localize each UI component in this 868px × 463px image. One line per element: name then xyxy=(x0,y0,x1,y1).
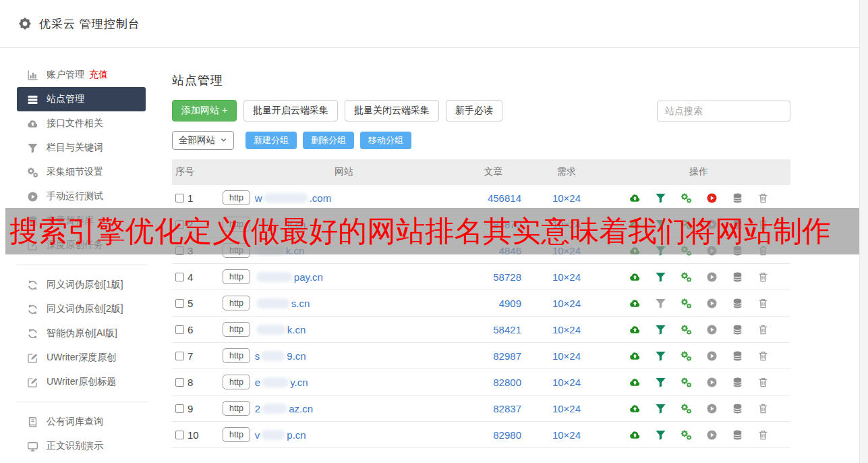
row-checkbox[interactable] xyxy=(175,273,184,281)
trash-icon[interactable] xyxy=(757,271,769,283)
sidebar-item[interactable]: 正文识别演示 xyxy=(17,434,146,458)
cloud-upload-icon[interactable] xyxy=(629,429,641,441)
demand-value[interactable]: 10×24 xyxy=(526,403,607,414)
demand-value[interactable]: 10×24 xyxy=(526,192,607,204)
row-checkbox[interactable] xyxy=(175,299,184,308)
sidebar-item[interactable]: 采集细节设置 xyxy=(17,160,146,184)
sidebar-item[interactable]: 账户管理充值 xyxy=(17,63,146,87)
cloud-upload-icon[interactable] xyxy=(629,271,641,283)
gears-icon[interactable] xyxy=(681,271,692,283)
database-icon[interactable] xyxy=(732,429,743,441)
database-icon[interactable] xyxy=(732,403,743,414)
article-count[interactable]: 4909 xyxy=(465,298,526,309)
batch-close-button[interactable]: 批量关闭云端采集 xyxy=(345,100,439,121)
http-badge[interactable]: http xyxy=(223,375,250,390)
demand-value[interactable]: 10×24 xyxy=(526,271,607,283)
filter-icon[interactable] xyxy=(655,377,666,388)
demand-value[interactable]: 10×24 xyxy=(526,350,607,362)
batch-open-button[interactable]: 批量开启云端采集 xyxy=(243,100,338,121)
group-select[interactable]: 全部网站 xyxy=(172,131,234,150)
sidebar-item[interactable]: 栏目与关键词 xyxy=(17,136,146,160)
http-badge[interactable]: http xyxy=(223,296,250,311)
trash-icon[interactable] xyxy=(757,324,769,335)
sidebar-item[interactable]: 接口文件相关 xyxy=(17,111,146,136)
gears-icon[interactable] xyxy=(681,403,692,414)
gears-icon[interactable] xyxy=(681,324,692,335)
site-link[interactable]: s.cn xyxy=(255,298,310,309)
http-badge[interactable]: http xyxy=(223,190,250,206)
sidebar-item[interactable]: 站点管理 xyxy=(17,87,146,111)
play-icon[interactable] xyxy=(706,298,718,309)
database-icon[interactable] xyxy=(732,377,743,388)
play-icon[interactable] xyxy=(706,403,718,414)
cloud-upload-icon[interactable] xyxy=(629,324,641,335)
sidebar-item[interactable]: 同义词伪原创[1版] xyxy=(17,273,146,297)
article-count[interactable]: 456814 xyxy=(465,192,526,204)
http-badge[interactable]: http xyxy=(223,269,250,285)
trash-icon[interactable] xyxy=(757,192,769,204)
play-icon[interactable] xyxy=(706,429,718,441)
article-count[interactable]: 82800 xyxy=(465,377,526,388)
article-count[interactable]: 58728 xyxy=(465,271,526,283)
sidebar-item[interactable]: 智能伪原创[AI版] xyxy=(17,321,146,346)
play-icon[interactable] xyxy=(706,324,718,335)
add-site-button[interactable]: 添加网站 + xyxy=(172,100,237,121)
demand-value[interactable]: 10×24 xyxy=(526,429,607,441)
cloud-upload-icon[interactable] xyxy=(629,298,641,309)
site-link[interactable]: s9.cn xyxy=(255,350,306,362)
demand-value[interactable]: 10×24 xyxy=(526,377,607,388)
gears-icon[interactable] xyxy=(681,429,692,441)
sidebar-item[interactable]: 同义词伪原创[2版] xyxy=(17,297,146,321)
database-icon[interactable] xyxy=(732,192,743,204)
article-count[interactable]: 58421 xyxy=(465,324,526,335)
site-link[interactable]: k.cn xyxy=(255,324,306,335)
sidebar-item[interactable]: 公有词库查询 xyxy=(17,410,146,434)
gears-icon[interactable] xyxy=(681,350,692,362)
filter-icon[interactable] xyxy=(655,192,666,204)
trash-icon[interactable] xyxy=(757,350,769,362)
demand-value[interactable]: 10×24 xyxy=(526,298,607,309)
play-icon[interactable] xyxy=(706,192,718,204)
delete-group-button[interactable]: 删除分组 xyxy=(303,132,354,149)
article-count[interactable]: 82987 xyxy=(465,350,526,362)
http-badge[interactable]: http xyxy=(223,322,250,337)
database-icon[interactable] xyxy=(732,298,743,309)
row-checkbox[interactable] xyxy=(175,404,184,413)
play-icon[interactable] xyxy=(706,377,718,388)
sidebar-item[interactable]: UWriter原创标题 xyxy=(17,370,146,394)
sidebar-item[interactable]: 手动运行测试 xyxy=(17,184,146,209)
row-checkbox[interactable] xyxy=(175,352,184,360)
filter-icon[interactable] xyxy=(655,298,666,309)
database-icon[interactable] xyxy=(732,350,743,362)
http-badge[interactable]: http xyxy=(223,427,250,443)
row-checkbox[interactable] xyxy=(175,431,184,439)
move-group-button[interactable]: 移动分组 xyxy=(360,132,411,149)
demand-value[interactable]: 10×24 xyxy=(526,324,607,335)
filter-icon[interactable] xyxy=(655,403,666,414)
trash-icon[interactable] xyxy=(757,298,769,309)
play-icon[interactable] xyxy=(706,271,718,283)
database-icon[interactable] xyxy=(732,271,743,283)
article-count[interactable]: 82837 xyxy=(465,403,526,414)
filter-icon[interactable] xyxy=(655,324,666,335)
newbie-guide-button[interactable]: 新手必读 xyxy=(446,100,502,121)
site-link[interactable]: ey.cn xyxy=(255,377,308,388)
site-link[interactable]: vp.cn xyxy=(255,429,306,441)
cloud-upload-icon[interactable] xyxy=(629,377,641,388)
sidebar-item[interactable]: UWriter深度原创 xyxy=(17,346,146,370)
row-checkbox[interactable] xyxy=(175,378,184,387)
cloud-upload-icon[interactable] xyxy=(629,192,641,204)
site-link[interactable]: 2az.cn xyxy=(255,403,313,414)
site-link[interactable]: pay.cn xyxy=(255,271,323,283)
cloud-upload-icon[interactable] xyxy=(629,403,641,414)
recharge-badge[interactable]: 充值 xyxy=(89,69,108,81)
gears-icon[interactable] xyxy=(681,377,692,388)
trash-icon[interactable] xyxy=(757,403,769,414)
play-icon[interactable] xyxy=(706,350,718,362)
gears-icon[interactable] xyxy=(681,192,692,204)
trash-icon[interactable] xyxy=(757,429,769,441)
filter-icon[interactable] xyxy=(655,350,666,362)
cloud-upload-icon[interactable] xyxy=(629,350,641,362)
http-badge[interactable]: http xyxy=(223,348,250,364)
site-search-input[interactable] xyxy=(657,101,790,121)
